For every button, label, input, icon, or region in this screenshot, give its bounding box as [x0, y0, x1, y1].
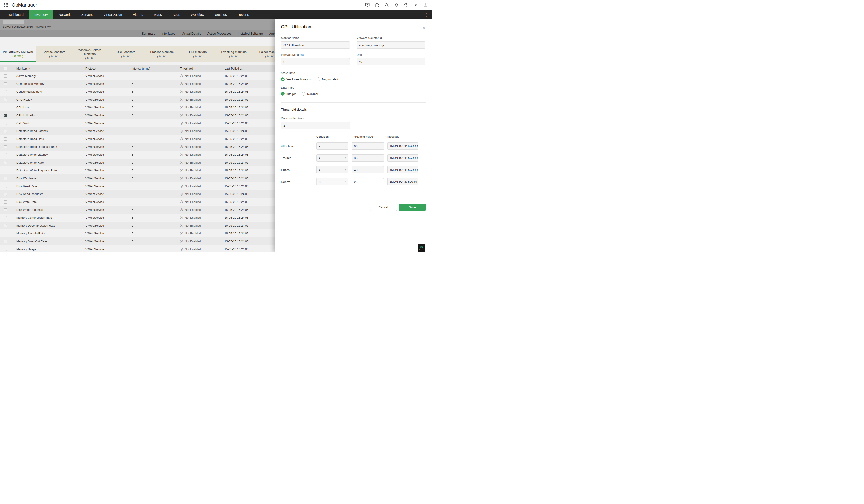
radio-integer[interactable]: Integer [281, 92, 296, 96]
monitor-tab-process-monitors[interactable]: Process Monitors( 0 / 0 ) [144, 46, 180, 62]
table-row[interactable]: Disk I/O UsageVIWebService5Not Enabled15… [0, 175, 275, 182]
vmware-counter-id-input[interactable]: cpu.usage.average [357, 41, 425, 49]
nav-tab-reports[interactable]: Reports [232, 10, 254, 19]
table-row[interactable]: Disk Read RequestsVIWebService5Not Enabl… [0, 190, 275, 198]
radio-yes-need-graphs[interactable]: Yes,I need graphs [281, 77, 311, 81]
nav-tab-inventory[interactable]: Inventory [29, 10, 53, 19]
page-tab-summary[interactable]: Summary [142, 32, 155, 35]
table-row[interactable]: Memory SwapOut RateVIWebService5Not Enab… [0, 237, 275, 245]
row-checkbox[interactable] [3, 240, 7, 243]
row-checkbox[interactable] [3, 74, 7, 77]
page-tab-interfaces[interactable]: Interfaces [161, 32, 175, 35]
condition-select-attention[interactable]: >▼ [316, 142, 348, 149]
table-row[interactable]: Datastore Read Requests RateVIWebService… [0, 143, 275, 151]
table-row[interactable]: Datastore Read RateVIWebService5Not Enab… [0, 135, 275, 143]
row-checkbox[interactable] [3, 98, 7, 101]
row-checkbox[interactable] [3, 177, 7, 180]
column-header-threshold[interactable]: Threshold [180, 67, 225, 70]
column-header-protocol[interactable]: Protocol [85, 67, 132, 70]
alarms-badge[interactable]: 19 Alarms [418, 244, 425, 252]
monitor-tab-service-monitors[interactable]: Service Monitors( 0 / 0 ) [36, 46, 72, 62]
row-checkbox[interactable] [3, 82, 7, 85]
row-checkbox[interactable] [3, 224, 7, 227]
nav-tab-alarms[interactable]: Alarms [128, 10, 148, 19]
nav-tab-virtualization[interactable]: Virtualization [98, 10, 128, 19]
row-checkbox[interactable] [3, 130, 7, 133]
screen-demo-icon[interactable] [365, 2, 370, 8]
nav-tab-maps[interactable]: Maps [148, 10, 167, 19]
row-checkbox[interactable] [3, 106, 7, 109]
table-row[interactable]: Datastore Read LatencyVIWebService5Not E… [0, 127, 275, 135]
page-tab-virtual-details[interactable]: Virtual Details [182, 32, 201, 35]
row-checkbox[interactable] [3, 216, 7, 219]
units-input[interactable]: % [357, 58, 425, 65]
column-header-last-polled[interactable]: Last Polled at [225, 67, 275, 70]
nav-tab-servers[interactable]: Servers [76, 10, 98, 19]
row-checkbox[interactable] [3, 122, 7, 125]
table-row[interactable]: Datastore Write RateVIWebService5Not Ena… [0, 159, 275, 167]
table-row[interactable]: Active MemoryVIWebService5Not Enabled15-… [0, 72, 275, 80]
row-checkbox[interactable] [3, 201, 7, 204]
row-checkbox[interactable] [3, 145, 7, 148]
user-avatar-icon[interactable] [423, 2, 428, 8]
close-icon[interactable]: × [422, 25, 426, 31]
table-row[interactable]: Disk Write RateVIWebService5Not Enabled1… [0, 198, 275, 206]
monitor-tab-eventlog-monitors[interactable]: EventLog Monitors( 0 / 0 ) [216, 46, 252, 62]
page-tab-active-processes[interactable]: Active Processes [207, 32, 231, 35]
table-row[interactable]: Memory UsageVIWebService5Not Enabled15-0… [0, 245, 275, 252]
notifications-bell-icon[interactable] [394, 2, 399, 8]
select-all-checkbox[interactable] [3, 67, 7, 70]
interval-minutes-input[interactable]: 5 [281, 58, 350, 65]
column-header-interval[interactable]: Interval (mins) [132, 67, 180, 70]
table-row[interactable]: Memory Decompression RateVIWebService5No… [0, 221, 275, 229]
table-row[interactable]: Disk Write RequestsVIWebService5Not Enab… [0, 206, 275, 214]
row-checkbox[interactable] [3, 185, 7, 188]
table-row[interactable]: Compressed MemoryVIWebService5Not Enable… [0, 80, 275, 88]
nav-tab-dashboard[interactable]: Dashboard [2, 10, 29, 19]
support-headset-icon[interactable] [375, 2, 380, 8]
table-row[interactable]: Datastore Write LatencyVIWebService5Not … [0, 151, 275, 159]
table-row[interactable]: Memory Compression RateVIWebService5Not … [0, 214, 275, 221]
condition-select-critical[interactable]: >▼ [316, 166, 348, 173]
table-row[interactable]: CPU WaitVIWebService5Not Enabled15-05-20… [0, 119, 275, 127]
table-row[interactable]: CPU ReadyVIWebService5Not Enabled15-05-2… [0, 96, 275, 104]
monitor-tab-file-monitors[interactable]: File Monitors( 0 / 0 ) [180, 46, 216, 62]
radio-no-just-alert[interactable]: No,just alert [316, 77, 338, 81]
table-row[interactable]: Disk Read RateVIWebService5Not Enabled15… [0, 182, 275, 190]
nav-tab-settings[interactable]: Settings [210, 10, 232, 19]
cancel-button[interactable]: Cancel [370, 204, 397, 211]
sort-ascending-icon[interactable]: ▲ [29, 68, 31, 70]
message-input-attention[interactable]: $MONITOR is $CURRE [387, 142, 418, 149]
row-checkbox[interactable] [3, 137, 7, 141]
nav-tab-network[interactable]: Network [53, 10, 76, 19]
row-checkbox[interactable] [3, 90, 7, 93]
nav-overflow-button[interactable]: ⋮ [421, 10, 432, 19]
message-input-critical[interactable]: $MONITOR is $CURRE [387, 166, 418, 173]
settings-gear-icon[interactable] [413, 2, 418, 8]
app-launcher-grid-icon[interactable] [3, 2, 9, 8]
search-icon[interactable] [384, 2, 389, 8]
condition-select-trouble[interactable]: >▼ [316, 154, 348, 161]
row-checkbox[interactable] [3, 232, 7, 235]
table-row[interactable]: Datastore Write Requests RateVIWebServic… [0, 167, 275, 175]
message-input-trouble[interactable]: $MONITOR is $CURRE [387, 154, 418, 161]
threshold-value-input-critical[interactable]: 40 [352, 166, 384, 173]
threshold-value-input-trouble[interactable]: 35 [352, 154, 384, 161]
row-checkbox[interactable] [3, 114, 7, 117]
column-header-monitors[interactable]: Monitors ▲ [10, 67, 85, 70]
monitor-name-input[interactable]: CPU Utilization [281, 41, 350, 49]
monitor-tab-windows-service-monitors[interactable]: Windows Service Monitors( 0 / 0 ) [72, 46, 108, 62]
threshold-value-input-rearm[interactable]: 25 [352, 178, 384, 185]
monitor-tab-performance-monitors[interactable]: Performance Monitors( 0 / 31 ) [0, 46, 36, 62]
nav-tab-apps[interactable]: Apps [167, 10, 185, 19]
row-checkbox[interactable] [3, 169, 7, 172]
monitor-tab-url-monitors[interactable]: URL Monitors( 0 / 0 ) [108, 46, 144, 62]
table-row[interactable]: CPU UsedVIWebService5Not Enabled15-05-20… [0, 104, 275, 111]
row-checkbox[interactable] [3, 193, 7, 196]
nav-tab-workflow[interactable]: Workflow [185, 10, 209, 19]
row-checkbox[interactable] [3, 208, 7, 212]
hand-gesture-icon[interactable] [404, 2, 409, 8]
message-input-rearm[interactable]: $MONITOR is now ba [387, 178, 418, 185]
radio-decimal[interactable]: Decimal [302, 92, 318, 96]
table-row[interactable]: Consumed MemoryVIWebService5Not Enabled1… [0, 88, 275, 96]
